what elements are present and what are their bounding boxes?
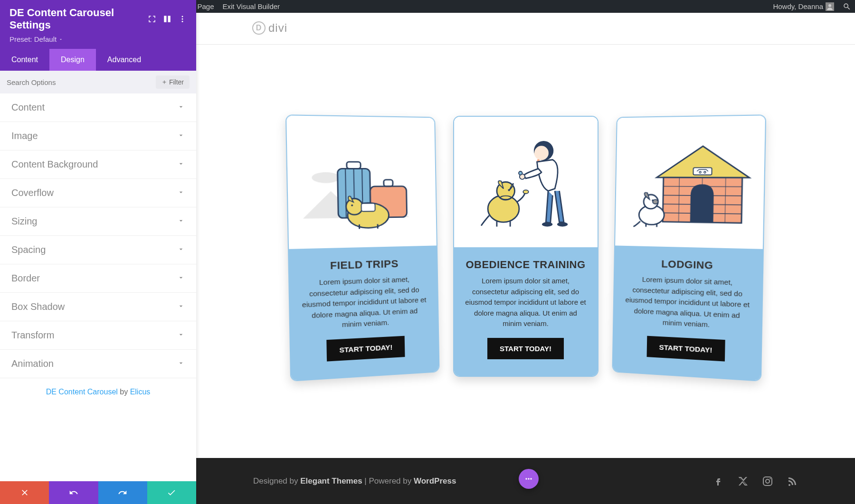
builder-fab[interactable]: [519, 469, 539, 489]
svg-point-28: [557, 222, 568, 226]
section-content-background[interactable]: Content Background: [0, 150, 196, 179]
svg-rect-10: [346, 162, 360, 168]
section-content[interactable]: Content: [0, 93, 196, 122]
search-icon: [843, 2, 851, 11]
svg-point-52: [766, 479, 770, 483]
section-label: Content Background: [11, 159, 98, 170]
exit-builder-item[interactable]: Exit Visual Builder: [222, 2, 280, 10]
card-cta-button[interactable]: START TODAY!: [646, 336, 725, 361]
section-coverflow[interactable]: Coverflow: [0, 179, 196, 207]
divi-logo-text: divi: [268, 21, 287, 35]
undo-icon: [69, 488, 78, 497]
x-twitter-icon[interactable]: [737, 476, 749, 487]
tab-advanced[interactable]: Advanced: [96, 49, 152, 71]
section-label: Border: [11, 273, 40, 284]
section-box-shadow[interactable]: Box Shadow: [0, 293, 196, 321]
svg-point-56: [530, 478, 532, 479]
credits-author-link[interactable]: Elicus: [130, 388, 151, 396]
credits-module-link[interactable]: DE Content Carousel: [46, 388, 118, 396]
svg-point-23: [534, 146, 548, 160]
card-title: FIELD TRIPS: [330, 258, 398, 272]
facebook-icon[interactable]: [712, 476, 724, 487]
divi-header: D divi: [196, 13, 855, 45]
svg-rect-4: [168, 16, 171, 22]
filter-label: Filter: [169, 78, 184, 86]
svg-point-31: [508, 189, 510, 191]
panel-tabs: Content Design Advanced: [0, 49, 196, 71]
instagram-icon[interactable]: [762, 476, 773, 487]
preset-selector[interactable]: Preset: Default: [10, 35, 187, 43]
card-title: LODGING: [661, 258, 713, 272]
save-button[interactable]: [147, 481, 196, 504]
footer-theme-link[interactable]: Elegant Themes: [300, 476, 362, 485]
card-description: Lorem ipsum dolor sit amet, consectetur …: [624, 274, 750, 332]
svg-point-6: [182, 19, 183, 20]
svg-point-33: [523, 190, 528, 194]
plus-icon: [162, 79, 167, 85]
card-illustration-lodging: [615, 115, 765, 249]
chevron-down-icon: [177, 302, 185, 312]
svg-point-17: [346, 198, 363, 215]
chevron-down-icon: [177, 245, 185, 255]
chevron-down-icon: [177, 217, 185, 226]
section-animation[interactable]: Animation: [0, 350, 196, 378]
card-description: Lorem ipsum dolor sit amet, consectetur …: [300, 274, 427, 332]
svg-point-5: [182, 16, 183, 17]
svg-point-2: [828, 4, 831, 7]
section-sizing[interactable]: Sizing: [0, 207, 196, 236]
section-label: Animation: [11, 358, 54, 369]
footer-social-icons: [712, 476, 798, 487]
section-spacing[interactable]: Spacing: [0, 236, 196, 264]
section-label: Content: [11, 102, 45, 113]
caret-down-icon: [58, 37, 63, 42]
rss-icon[interactable]: [787, 476, 798, 487]
howdy-user[interactable]: Howdy, Deanna: [773, 2, 834, 11]
howdy-label: Howdy, Deanna: [773, 2, 823, 10]
svg-rect-19: [361, 203, 375, 211]
tab-content[interactable]: Content: [0, 49, 49, 71]
section-border[interactable]: Border: [0, 264, 196, 293]
section-label: Spacing: [11, 244, 46, 255]
divi-logo-icon: D: [252, 21, 266, 35]
close-icon: [20, 488, 29, 497]
cancel-button[interactable]: [0, 481, 49, 504]
redo-button[interactable]: [98, 481, 147, 504]
undo-button[interactable]: [49, 481, 98, 504]
chevron-down-icon: [177, 331, 185, 340]
chevron-down-icon: [177, 274, 185, 283]
svg-point-7: [182, 21, 183, 22]
carousel: FIELD TRIPS Lorem ipsum dolor sit amet, …: [196, 45, 855, 405]
avatar-icon: [826, 2, 834, 11]
expand-icon[interactable]: [148, 15, 156, 23]
chevron-down-icon: [177, 359, 185, 369]
card-cta-button[interactable]: START TODAY!: [326, 336, 405, 361]
section-label: Image: [11, 131, 38, 141]
more-vertical-icon[interactable]: [178, 15, 187, 23]
section-image[interactable]: Image: [0, 122, 196, 150]
accordion-list: Content Image Content Background Coverfl…: [0, 93, 196, 481]
svg-rect-44: [693, 168, 712, 175]
svg-point-8: [312, 172, 340, 183]
card-body: LODGING Lorem ipsum dolor sit amet, cons…: [613, 245, 762, 380]
svg-point-53: [770, 478, 770, 479]
footer-sep: | Powered by: [362, 476, 414, 485]
divi-logo[interactable]: D divi: [252, 21, 855, 35]
more-horizontal-icon: [524, 474, 533, 484]
search-input[interactable]: [7, 78, 151, 86]
section-label: Transform: [11, 330, 54, 341]
card-illustration-dog-luggage: [286, 115, 437, 249]
section-label: Sizing: [11, 216, 37, 227]
footer-platform-link[interactable]: WordPress: [414, 476, 456, 485]
card-cta-button[interactable]: START TODAY!: [487, 338, 564, 359]
search-toggle[interactable]: [843, 2, 851, 11]
card-description: Lorem ipsum dolor sit amet, consectetur …: [465, 276, 587, 329]
filter-button[interactable]: Filter: [156, 75, 190, 89]
chevron-down-icon: [177, 160, 185, 169]
svg-point-26: [518, 171, 522, 175]
panel-title: DE Content Carousel Settings: [10, 7, 142, 31]
chevron-down-icon: [177, 131, 185, 141]
section-transform[interactable]: Transform: [0, 321, 196, 350]
tab-design[interactable]: Design: [49, 49, 96, 71]
settings-panel: DE Content Carousel Settings Preset: Def…: [0, 0, 196, 504]
columns-icon[interactable]: [163, 15, 171, 23]
